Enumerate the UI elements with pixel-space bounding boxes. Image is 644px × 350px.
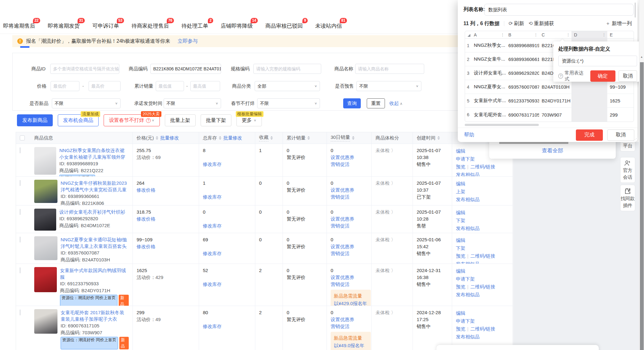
- kebab-menu-icon[interactable]: ⋮: [566, 32, 570, 37]
- nav-tab-3[interactable]: 可申诉订单53: [92, 22, 119, 30]
- sheet-cell[interactable]: 693899688919: [506, 39, 539, 52]
- promo-signup-link[interactable]: 以¥429.0报名年货节: [334, 301, 367, 306]
- sheet-cell[interactable]: 99~109: [607, 80, 634, 94]
- op-link[interactable]: 申请下架: [456, 318, 475, 324]
- sheet-cell[interactable]: NNGZ女童牛...: [471, 52, 506, 66]
- sheet-cell[interactable]: 女童毛呢外套...: [471, 108, 506, 122]
- see-all-link[interactable]: 查看全部: [489, 147, 616, 154]
- promo-activate-link[interactable]: 营销促活: [331, 251, 349, 256]
- modify-price-link[interactable]: 修改价格: [137, 187, 155, 193]
- op-link[interactable]: 发布相似品: [456, 261, 479, 264]
- sheet-cell[interactable]: 1625: [607, 94, 634, 108]
- nav-tab-5[interactable]: 待处理工单2: [181, 22, 208, 30]
- op-link[interactable]: 编辑: [456, 181, 465, 186]
- sort-icon[interactable]: [437, 136, 440, 140]
- cny-open-select[interactable]: 不限∨: [257, 98, 320, 108]
- op-link[interactable]: 申请下架: [456, 276, 475, 282]
- sheet-cell[interactable]: B24AT0103H: [539, 80, 571, 94]
- publish-chance-button[interactable]: 发布机会商品 流量加成: [58, 114, 99, 126]
- promise-ship-select[interactable]: 不限∨: [164, 98, 221, 108]
- modify-stock-link[interactable]: 修改库存: [203, 251, 222, 256]
- popup-confirm-button[interactable]: 确定: [590, 70, 615, 82]
- select-all-checkbox-cell[interactable]: [16, 132, 30, 144]
- spec-code-input[interactable]: 请输入完整的规格编码: [253, 64, 321, 74]
- regex-input[interactable]: 资源位:(.*): [558, 56, 637, 66]
- op-link[interactable]: 编辑: [456, 238, 465, 243]
- op-link[interactable]: 发布相似品: [456, 292, 479, 297]
- op-link[interactable]: 预览: [456, 284, 465, 289]
- sheet-cell[interactable]: 693899360661: [506, 52, 539, 66]
- scroll-up-icon[interactable]: ▲: [640, 55, 643, 58]
- is-new-select[interactable]: 不限∨: [52, 98, 121, 108]
- panel-scrollbar[interactable]: [635, 3, 636, 18]
- health-link[interactable]: 未体检 〉: [376, 209, 396, 215]
- banner-join-link[interactable]: 立即参与: [178, 38, 198, 45]
- product-title-link[interactable]: NNGZ秋季女童黑白条纹连衣裙小女童长袖裙子儿童海军领外穿童装: [59, 147, 129, 160]
- op-link[interactable]: 发布相似品: [456, 226, 479, 231]
- add-column-button[interactable]: ＋新增一列: [605, 20, 632, 27]
- op-link[interactable]: 预览: [456, 253, 465, 259]
- modify-price-link[interactable]: 修改价格: [137, 216, 155, 221]
- op-link[interactable]: 申请下架: [456, 156, 475, 161]
- checkbox[interactable]: [20, 237, 20, 243]
- op-link[interactable]: 二维码/链接: [470, 253, 495, 259]
- op-link[interactable]: 下架: [456, 245, 465, 251]
- sales-max-input[interactable]: 最高值: [190, 81, 220, 91]
- nav-tab-2[interactable]: 即将逾期发货31: [48, 22, 80, 30]
- checkbox[interactable]: [20, 309, 20, 315]
- op-link[interactable]: 二维码/链接: [470, 284, 495, 289]
- batch-on-button[interactable]: 批量上架: [165, 114, 196, 126]
- product-title-link[interactable]: 女童新中式年款国风白鸭绒羽绒服: [60, 267, 129, 280]
- sheet-cell[interactable]: 703W907: [539, 108, 571, 122]
- modify-price-link[interactable]: 修改价格: [137, 244, 155, 249]
- coupon-link[interactable]: 设置优惠券: [331, 187, 354, 193]
- sheet-cell[interactable]: 设计师女童毛...: [471, 66, 506, 80]
- common-expressions-link[interactable]: ?常用表达式: [558, 70, 587, 82]
- product-title-link[interactable]: 设计师女童毛衣开衫洋气针织衫: [59, 209, 125, 215]
- kebab-menu-icon[interactable]: ⋮: [534, 32, 538, 37]
- op-link[interactable]: 预览: [456, 164, 465, 169]
- list-name-input[interactable]: 数据列表: [484, 4, 634, 16]
- scrollbar-thumb[interactable]: [640, 62, 644, 350]
- sheet-cell[interactable]: NNGZ夏季女...: [471, 80, 506, 94]
- side-button-3[interactable]: 找同款插件: [620, 185, 635, 211]
- nav-tab-8[interactable]: 未读站内信81: [315, 22, 342, 30]
- sort-icon[interactable]: [352, 136, 354, 140]
- collapse-link[interactable]: 收起 ∧: [389, 98, 403, 109]
- refresh-button[interactable]: ⟳刷新: [509, 20, 524, 27]
- health-link[interactable]: 未体检 〉: [376, 310, 396, 315]
- product-code-input[interactable]: B221K806 B24DM1072E B24AT0103H: [150, 64, 221, 74]
- sheet-col-E[interactable]: E: [607, 31, 634, 39]
- sheet-cell[interactable]: 693576007087: [506, 80, 539, 94]
- op-link[interactable]: 上架: [456, 189, 465, 194]
- batch-edit-stock-link[interactable]: 批量修改: [223, 135, 242, 141]
- kebab-menu-icon[interactable]: ⋮: [602, 32, 606, 37]
- promo-activate-link[interactable]: 营销促活: [331, 324, 349, 329]
- op-link[interactable]: 发布相似品: [456, 334, 479, 339]
- modify-stock-link[interactable]: 修改库存: [203, 324, 222, 329]
- sheet-cell[interactable]: [571, 108, 607, 122]
- checkbox[interactable]: [20, 209, 20, 215]
- reset-button[interactable]: 重置: [367, 98, 385, 108]
- modify-stock-link[interactable]: 修改库存: [203, 282, 222, 287]
- op-link[interactable]: 发布相似品: [456, 197, 479, 202]
- modify-stock-link[interactable]: 修改库存: [203, 194, 222, 200]
- sales-min-input[interactable]: 最低值: [156, 81, 184, 91]
- resize-grip[interactable]: ⋰: [633, 138, 637, 142]
- checkbox[interactable]: [20, 180, 20, 186]
- sort-icon[interactable]: [307, 136, 310, 140]
- checkbox[interactable]: [20, 267, 20, 273]
- batch-edit-price-link[interactable]: 批量修改: [160, 135, 179, 141]
- panel-help-link[interactable]: 帮助: [464, 132, 474, 138]
- browser-scrollbar[interactable]: ▲: [639, 0, 644, 350]
- modify-stock-link[interactable]: 修改库存: [203, 161, 222, 167]
- sheet-cell[interactable]: 691233750933: [506, 94, 539, 108]
- panel-cancel-button[interactable]: 取消: [607, 129, 634, 141]
- product-name-input[interactable]: 请输入商品名称: [355, 64, 424, 74]
- op-link[interactable]: 二维码/链接: [470, 164, 495, 169]
- op-link[interactable]: 预览: [456, 326, 465, 331]
- nav-tab-1[interactable]: 即将逾期售后22: [3, 22, 35, 30]
- category-select[interactable]: 全部∨: [255, 81, 320, 91]
- sheet-cell[interactable]: NNGZ秋季女...: [471, 39, 506, 52]
- sort-icon[interactable]: [219, 136, 221, 140]
